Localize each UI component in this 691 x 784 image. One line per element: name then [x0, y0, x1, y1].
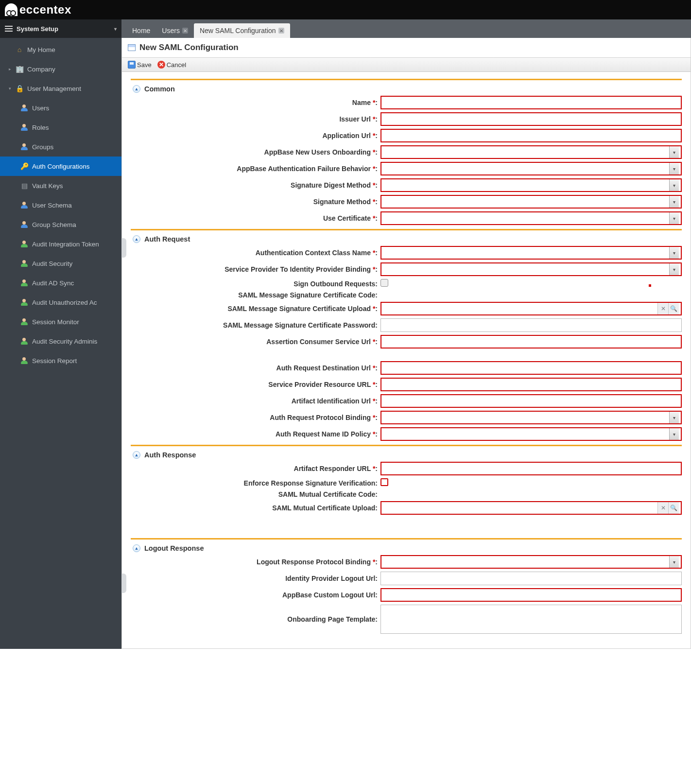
sidebar-tree: ⌂ My Home ▸🏢 Company ▾🔒 User Management …: [0, 38, 121, 380]
save-button[interactable]: Save: [126, 60, 154, 70]
sidebar-item-audit-security-admin[interactable]: Audit Security Adminis: [0, 331, 121, 351]
sidebar-item-vault-keys[interactable]: ▤ Vault Keys: [0, 176, 121, 195]
brand-bar: eccentex: [0, 0, 691, 19]
input-appbase-custom-logout-url[interactable]: [380, 588, 682, 602]
input-onboarding-page-template[interactable]: [380, 605, 682, 634]
sidebar-item-audit-integration-token[interactable]: Audit Integration Token: [0, 234, 121, 254]
tab-home[interactable]: Home: [126, 23, 156, 38]
indicator-dot-icon: [649, 284, 651, 287]
lock-icon: 🔒: [15, 84, 24, 93]
label-artifact-identification-url: Artifact Identification Url: [292, 397, 371, 405]
collapse-icon[interactable]: ▲: [133, 544, 140, 552]
tab-new-saml-configuration[interactable]: New SAML Configuration ✕: [194, 23, 290, 38]
select-auth-request-protocol-binding[interactable]: ▾: [380, 411, 682, 424]
section-auth-response: ▲ Auth Response Artifact Responder URL *…: [131, 445, 682, 534]
sidebar-item-session-report[interactable]: Session Report: [0, 351, 121, 370]
input-issuer-url[interactable]: [380, 112, 682, 126]
form-icon: [128, 44, 136, 51]
chevron-down-icon: ▾: [669, 146, 679, 158]
label-signature-cert-code: SAML Message Signature Certificate Code:: [238, 291, 378, 299]
collapse-icon[interactable]: ▲: [133, 451, 140, 459]
sidebar-item-user-schema[interactable]: User Schema: [0, 195, 121, 215]
checkbox-sign-outbound-requests[interactable]: [380, 279, 388, 287]
label-mutual-cert-upload: SAML Mutual Certificate Upload:: [272, 504, 378, 512]
chevron-down-icon: ▾: [669, 212, 679, 224]
search-icon[interactable]: 🔍: [668, 303, 679, 314]
upload-signature-cert[interactable]: ✕🔍: [380, 302, 682, 315]
sidebar-item-user-management[interactable]: ▾🔒 User Management: [0, 79, 121, 98]
sidebar-resize-handle[interactable]: [121, 574, 126, 593]
input-artifact-responder-url[interactable]: [380, 462, 682, 475]
input-assertion-consumer-url[interactable]: [380, 335, 682, 348]
select-auth-context-class[interactable]: ▾: [380, 246, 682, 260]
sidebar-item-group-schema[interactable]: Group Schema: [0, 215, 121, 234]
clear-icon[interactable]: ✕: [657, 502, 668, 514]
label-signature-digest-method: Signature Digest Method: [291, 181, 371, 189]
close-icon[interactable]: ✕: [182, 28, 188, 34]
select-new-users-onboarding[interactable]: ▾: [380, 145, 682, 159]
sidebar-item-label: Session Monitor: [32, 318, 79, 326]
sidebar-item-label: Audit Security Adminis: [32, 338, 97, 345]
sidebar-item-label: My Home: [27, 46, 55, 53]
sidebar-item-audit-security[interactable]: Audit Security: [0, 254, 121, 273]
input-application-url[interactable]: [380, 129, 682, 142]
user-icon: [19, 259, 29, 268]
input-artifact-identification-url[interactable]: [380, 394, 682, 408]
sidebar-item-company[interactable]: ▸🏢 Company: [0, 59, 121, 79]
sidebar-item-audit-unauthorized[interactable]: Audit Unauthorized Ac: [0, 293, 121, 312]
sidebar-item-label: Group Schema: [32, 221, 76, 228]
section-title: Auth Request: [144, 235, 190, 243]
input-idp-logout-url[interactable]: [380, 572, 682, 585]
sidebar-item-my-home[interactable]: ⌂ My Home: [0, 40, 121, 59]
clear-icon[interactable]: ✕: [657, 303, 668, 314]
cancel-button[interactable]: ✕ Cancel: [155, 60, 188, 70]
sidebar-item-label: Company: [27, 66, 55, 73]
input-service-provider-resource-url[interactable]: [380, 378, 682, 391]
label-mutual-cert-code: SAML Mutual Certificate Code:: [278, 490, 378, 498]
label-sign-outbound-requests: Sign Outbound Requests:: [294, 280, 378, 288]
tab-label: New SAML Configuration: [200, 27, 276, 35]
select-auth-request-name-id-policy[interactable]: ▾: [380, 427, 682, 441]
tab-label: Home: [132, 27, 150, 35]
close-icon[interactable]: ✕: [278, 28, 284, 34]
label-signature-cert-password: SAML Message Signature Certificate Passw…: [223, 321, 378, 329]
vault-icon: ▤: [19, 181, 29, 190]
sidebar-item-label: Audit Security: [32, 260, 72, 267]
input-signature-cert-password[interactable]: [380, 318, 682, 332]
user-icon: [19, 104, 29, 112]
section-title: Logout Response: [144, 544, 204, 552]
chevron-down-icon: ▾: [669, 247, 679, 259]
sidebar-item-session-monitor[interactable]: Session Monitor: [0, 312, 121, 331]
sidebar-item-label: Audit Unauthorized Ac: [32, 299, 97, 306]
sidebar-item-label: Session Report: [32, 357, 77, 365]
section-title: Auth Response: [144, 451, 196, 459]
search-icon[interactable]: 🔍: [668, 502, 679, 514]
sidebar-header[interactable]: System Setup ▾: [0, 19, 121, 38]
input-auth-request-destination-url[interactable]: [380, 361, 682, 375]
section-common: ▲ Common Name *: Issuer Url *: Applicati…: [131, 79, 682, 225]
label-artifact-responder-url: Artifact Responder URL: [294, 465, 371, 472]
sidebar-item-audit-ad-sync[interactable]: Audit AD Sync: [0, 273, 121, 293]
sidebar-item-label: Groups: [32, 143, 53, 151]
label-auth-context-class: Authentication Context Class Name: [256, 249, 371, 257]
label-signature-cert-upload: SAML Message Signature Certificate Uploa…: [227, 305, 371, 313]
building-icon: 🏢: [15, 65, 24, 73]
sidebar-item-users[interactable]: Users: [0, 98, 121, 118]
input-name[interactable]: [380, 96, 682, 109]
upload-mutual-cert[interactable]: ✕🔍: [380, 501, 682, 515]
select-signature-digest-method[interactable]: ▾: [380, 178, 682, 192]
sidebar-item-auth-configurations[interactable]: 🔑 Auth Configurations: [0, 157, 121, 176]
checkbox-enforce-response-signature[interactable]: [380, 478, 388, 486]
collapse-icon[interactable]: ▲: [133, 235, 140, 243]
sidebar-resize-handle[interactable]: [121, 238, 126, 258]
select-sp-to-idp-binding[interactable]: ▾: [380, 262, 682, 276]
select-use-certificate[interactable]: ▾: [380, 211, 682, 225]
sidebar-item-roles[interactable]: Roles: [0, 118, 121, 137]
select-auth-failure-behavior[interactable]: ▾: [380, 162, 682, 175]
tab-users[interactable]: Users ✕: [156, 23, 194, 38]
select-signature-method[interactable]: ▾: [380, 195, 682, 209]
collapse-icon[interactable]: ▲: [133, 85, 140, 93]
sidebar-item-groups[interactable]: Groups: [0, 137, 121, 157]
user-icon: [19, 337, 29, 346]
select-logout-protocol-binding[interactable]: ▾: [380, 555, 682, 569]
